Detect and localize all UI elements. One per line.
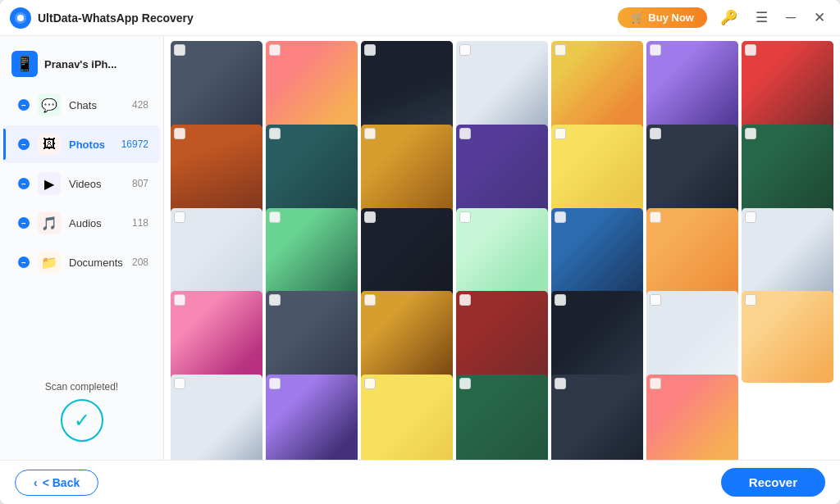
close-button[interactable]: ✕ [809, 7, 830, 28]
photo-item[interactable] [742, 41, 833, 133]
photo-checkbox[interactable] [650, 378, 661, 389]
photo-checkbox[interactable] [650, 128, 661, 139]
photo-checkbox[interactable] [555, 128, 566, 139]
key-button[interactable]: 🔑 [715, 7, 742, 28]
photo-item[interactable] [361, 375, 453, 460]
photo-checkbox[interactable] [459, 128, 471, 139]
photo-checkbox[interactable] [555, 44, 566, 56]
photo-checkbox[interactable] [269, 378, 281, 389]
minus-icon-chats: − [18, 99, 30, 111]
photo-item[interactable] [266, 208, 358, 300]
photo-item[interactable] [456, 291, 548, 383]
photo-checkbox[interactable] [269, 211, 281, 223]
photo-checkbox[interactable] [364, 294, 376, 306]
photo-item[interactable] [361, 291, 453, 383]
photo-checkbox[interactable] [459, 378, 471, 389]
sidebar-device[interactable]: 📱 Pranav's iPh... [0, 43, 163, 85]
photo-item[interactable] [646, 41, 738, 133]
photo-item[interactable] [171, 41, 262, 133]
photo-checkbox[interactable] [745, 44, 756, 56]
photo-item[interactable] [171, 125, 262, 216]
photo-item[interactable] [551, 41, 643, 133]
photo-item[interactable] [742, 125, 833, 216]
recover-button[interactable]: Recover [721, 468, 825, 497]
back-label: < Back [43, 476, 80, 489]
photo-checkbox[interactable] [459, 211, 471, 223]
photo-checkbox[interactable] [364, 128, 376, 139]
photo-item[interactable] [646, 375, 738, 460]
photo-checkbox[interactable] [650, 294, 661, 306]
photo-item[interactable] [551, 125, 643, 216]
back-button[interactable]: ‹ < Back [15, 470, 98, 496]
photo-checkbox[interactable] [745, 128, 756, 139]
photo-item[interactable] [361, 41, 453, 133]
photo-item[interactable] [171, 375, 262, 460]
photo-item[interactable] [456, 41, 548, 133]
photo-item[interactable] [646, 208, 738, 300]
photo-item[interactable] [171, 291, 262, 383]
photo-item[interactable] [551, 375, 643, 460]
photo-checkbox[interactable] [269, 294, 281, 306]
photo-item[interactable] [456, 125, 548, 216]
photo-checkbox[interactable] [364, 44, 376, 56]
photo-checkbox[interactable] [174, 211, 185, 223]
photo-checkbox[interactable] [364, 378, 376, 389]
photo-item[interactable] [361, 125, 453, 216]
photo-checkbox[interactable] [174, 378, 185, 389]
scan-status: Scan completed! [11, 381, 152, 393]
bottombar: ‹ < Back Recover [0, 460, 840, 504]
photo-item[interactable] [266, 125, 358, 216]
photo-checkbox[interactable] [269, 128, 281, 139]
app-logo [10, 7, 31, 29]
scan-complete-circle: ✓ [61, 399, 103, 442]
photo-item[interactable] [361, 208, 453, 300]
photo-checkbox[interactable] [555, 378, 566, 389]
photo-item[interactable] [646, 291, 738, 383]
chats-icon: 💬 [38, 93, 61, 116]
photo-grid [164, 36, 840, 460]
photo-checkbox[interactable] [459, 44, 471, 56]
photo-checkbox[interactable] [364, 211, 376, 223]
sidebar-item-videos[interactable]: − ▶ Videos 807 [3, 165, 160, 202]
photo-checkbox[interactable] [174, 128, 185, 139]
photo-item[interactable] [646, 125, 738, 216]
photo-checkbox[interactable] [745, 294, 756, 306]
photo-item[interactable] [171, 208, 262, 300]
photo-checkbox[interactable] [174, 44, 185, 56]
sidebar-item-documents[interactable]: − 📁 Documents 208 [3, 243, 160, 281]
photos-count: 16972 [121, 138, 148, 150]
videos-icon: ▶ [38, 172, 61, 195]
photo-checkbox[interactable] [555, 294, 566, 306]
photo-checkbox[interactable] [650, 44, 661, 56]
sidebar-item-photos[interactable]: − 🖼 Photos 16972 [3, 125, 160, 163]
photo-item[interactable] [266, 291, 358, 383]
photo-checkbox[interactable] [745, 211, 756, 223]
photo-item[interactable] [742, 208, 833, 300]
photo-checkbox[interactable] [174, 294, 185, 306]
minimize-button[interactable]: ─ [781, 8, 801, 28]
sidebar-item-audios[interactable]: − 🎵 Audios 118 [3, 204, 160, 242]
device-name: Pranav's iPh... [44, 58, 116, 70]
buy-now-label: Buy Now [648, 11, 694, 24]
photo-item[interactable] [551, 291, 643, 383]
buy-now-button[interactable]: 🛒 Buy Now [618, 7, 707, 28]
videos-count: 807 [132, 178, 148, 189]
photo-item[interactable] [551, 208, 643, 300]
documents-label: Documents [69, 257, 124, 269]
photo-item[interactable] [266, 375, 358, 460]
minus-icon-photos: − [18, 138, 30, 150]
svg-point-2 [17, 15, 24, 21]
sidebar-item-chats[interactable]: − 💬 Chats 428 [3, 86, 160, 124]
photo-checkbox[interactable] [459, 294, 471, 306]
photo-item[interactable] [742, 291, 833, 383]
back-chevron-icon: ‹ [34, 476, 38, 489]
menu-button[interactable]: ☰ [751, 7, 773, 28]
app-title: UltData-WhatsApp Recovery [38, 11, 618, 25]
photo-checkbox[interactable] [555, 211, 566, 223]
photo-item[interactable] [456, 375, 548, 460]
photos-icon: 🖼 [38, 133, 61, 156]
photo-item[interactable] [266, 41, 358, 133]
photo-checkbox[interactable] [269, 44, 281, 56]
photo-item[interactable] [456, 208, 548, 300]
photo-checkbox[interactable] [650, 211, 661, 223]
